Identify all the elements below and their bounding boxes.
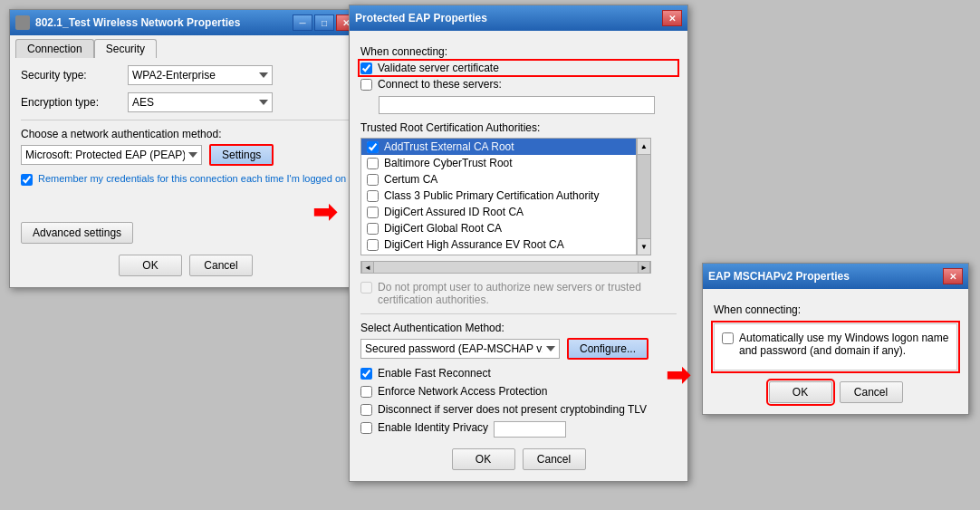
ca-cb-0[interactable] (367, 141, 379, 153)
ca-label-5: DigiCert Global Root CA (384, 222, 502, 235)
win3-cancel-button[interactable]: Cancel (840, 381, 903, 403)
ca-cb-1[interactable] (367, 158, 379, 169)
auto-use-checkbox[interactable] (722, 332, 734, 344)
title-bar-text-2: Protected EAP Properties (355, 12, 487, 24)
arrow-1: ➡ (312, 195, 337, 229)
connect-servers-label: Connect to these servers: (378, 78, 502, 91)
window1-content: Security type: WPA2-Enterprise Encryptio… (10, 58, 361, 287)
ca-item-2[interactable]: Certum CA (361, 171, 636, 188)
close-button-2[interactable]: ✕ (662, 10, 682, 26)
enforce-nap-row: Enforce Network Access Protection (360, 385, 677, 398)
ca-cb-3[interactable] (367, 190, 379, 202)
win3-ok-button[interactable]: OK (769, 381, 832, 403)
ca-label-1: Baltimore CyberTrust Root (384, 157, 513, 169)
ca-cb-5[interactable] (367, 223, 379, 235)
tab-connection[interactable]: Connection (15, 39, 94, 58)
ca-listbox[interactable]: AddTrust External CA Root Baltimore Cybe… (360, 138, 637, 255)
listbox-scroll-up[interactable]: ▲ (638, 139, 650, 155)
connect-servers-row: Connect to these servers: (360, 78, 677, 91)
auto-use-row: Automatically use my Windows logon name … (722, 332, 949, 357)
auto-use-container: Automatically use my Windows logon name … (714, 323, 957, 370)
win1-ok-button[interactable]: OK (119, 255, 182, 276)
window-title-3: EAP MSCHAPv2 Properties (708, 270, 850, 283)
title-bar-buttons-2: ✕ (662, 10, 682, 26)
title-bar-text-3: EAP MSCHAPv2 Properties (708, 270, 850, 283)
no-prompt-checkbox[interactable] (360, 282, 372, 293)
disconnect-checkbox[interactable] (360, 404, 372, 416)
remember-credentials-row: Remember my credentials for this connect… (21, 173, 351, 186)
ca-cb-2[interactable] (367, 174, 379, 186)
title-bar-text-1: 802.1_Test Wireless Network Properties (15, 15, 240, 30)
ca-cb-4[interactable] (367, 207, 379, 218)
ca-item-6[interactable]: DigiCert High Assurance EV Root CA (361, 236, 636, 253)
identity-privacy-row: Enable Identity Privacy (360, 421, 677, 438)
title-bar-buttons-1: ─ □ ✕ (293, 14, 356, 31)
encryption-type-label: Encryption type: (21, 96, 120, 109)
ca-item-1[interactable]: Baltimore CyberTrust Root (361, 155, 636, 171)
arrow-2: ➡ (666, 358, 690, 392)
ca-label-6: DigiCert High Assurance EV Root CA (384, 238, 564, 251)
hscroll-right[interactable]: ► (638, 261, 650, 274)
title-bar-1: 802.1_Test Wireless Network Properties ─… (10, 10, 361, 35)
win3-ok-cancel: OK Cancel (714, 381, 957, 403)
validate-cert-checkbox[interactable] (360, 63, 372, 74)
remember-credentials-label: Remember my credentials for this connect… (38, 173, 346, 184)
disconnect-label: Disconnect if server does not present cr… (378, 403, 647, 416)
no-prompt-row: Do not prompt user to authorize new serv… (360, 281, 677, 306)
window2-content: When connecting: Validate server certifi… (350, 31, 687, 481)
enforce-nap-label: Enforce Network Access Protection (378, 385, 547, 398)
win1-cancel-button[interactable]: Cancel (189, 255, 253, 276)
ca-label-4: DigiCert Assured ID Root CA (384, 206, 524, 218)
select-auth-label: Select Authentication Method: (360, 322, 677, 334)
settings-button[interactable]: Settings (209, 144, 274, 166)
window-title-2: Protected EAP Properties (355, 12, 487, 24)
ca-item-3[interactable]: Class 3 Public Primary Certification Aut… (361, 188, 636, 204)
enforce-nap-checkbox[interactable] (360, 386, 372, 398)
eap-auth-select[interactable]: Secured password (EAP-MSCHAP v2) (360, 339, 560, 359)
ca-item-0[interactable]: AddTrust External CA Root (361, 139, 636, 155)
win1-ok-cancel: OK Cancel (21, 255, 351, 276)
network-icon (15, 15, 30, 30)
identity-privacy-checkbox[interactable] (360, 422, 372, 434)
encryption-type-select[interactable]: AES (128, 92, 273, 112)
hscroll-left[interactable]: ◄ (361, 261, 374, 274)
auto-use-label: Automatically use my Windows logon name … (739, 332, 949, 357)
tab-security[interactable]: Security (94, 39, 157, 58)
title-bar-buttons-3: ✕ (943, 268, 963, 284)
ca-item-4[interactable]: DigiCert Assured ID Root CA (361, 204, 636, 220)
encryption-type-row: Encryption type: AES (21, 92, 351, 112)
ca-cb-6[interactable] (367, 239, 379, 251)
servers-input[interactable] (379, 96, 655, 114)
listbox-scroll-down[interactable]: ▼ (638, 238, 650, 255)
maximize-button-1[interactable]: □ (314, 14, 334, 31)
security-type-row: Security type: WPA2-Enterprise (21, 65, 351, 85)
configure-button[interactable]: Configure... (567, 338, 649, 360)
win2-cancel-button[interactable]: Cancel (523, 448, 586, 470)
auth-method-section-label: Choose a network authentication method: (21, 128, 351, 140)
auth-method-select[interactable]: Microsoft: Protected EAP (PEAP) (21, 145, 202, 165)
remember-credentials-checkbox[interactable] (21, 174, 33, 186)
win2-ok-button[interactable]: OK (452, 448, 515, 470)
disconnect-row: Disconnect if server does not present cr… (360, 403, 677, 416)
network-properties-window: 802.1_Test Wireless Network Properties ─… (9, 9, 362, 288)
validate-cert-row: Validate server certificate (360, 62, 677, 74)
eap-mschapv2-window: EAP MSCHAPv2 Properties ✕ When connectin… (702, 263, 969, 415)
advanced-settings-button[interactable]: Advanced settings (21, 222, 133, 244)
window3-content: When connecting: Automatically use my Wi… (703, 289, 968, 414)
connect-servers-checkbox[interactable] (360, 79, 372, 91)
auth-method-select-row: Secured password (EAP-MSCHAP v2) Configu… (360, 338, 677, 360)
win2-ok-cancel: OK Cancel (360, 448, 677, 470)
security-type-select[interactable]: WPA2-Enterprise (128, 65, 273, 85)
tab-bar-1: Connection Security (10, 35, 361, 58)
trusted-root-label: Trusted Root Certification Authorities: (360, 121, 677, 134)
title-bar-3: EAP MSCHAPv2 Properties ✕ (703, 264, 968, 289)
close-button-3[interactable]: ✕ (943, 268, 963, 284)
enable-fast-checkbox[interactable] (360, 368, 372, 380)
no-prompt-label: Do not prompt user to authorize new serv… (378, 281, 641, 306)
identity-privacy-label: Enable Identity Privacy (378, 421, 488, 434)
window-title-1: 802.1_Test Wireless Network Properties (35, 16, 240, 29)
minimize-button-1[interactable]: ─ (293, 14, 312, 31)
protected-eap-window: Protected EAP Properties ✕ When connecti… (349, 5, 688, 482)
ca-item-5[interactable]: DigiCert Global Root CA (361, 220, 636, 236)
identity-input[interactable] (494, 421, 566, 438)
